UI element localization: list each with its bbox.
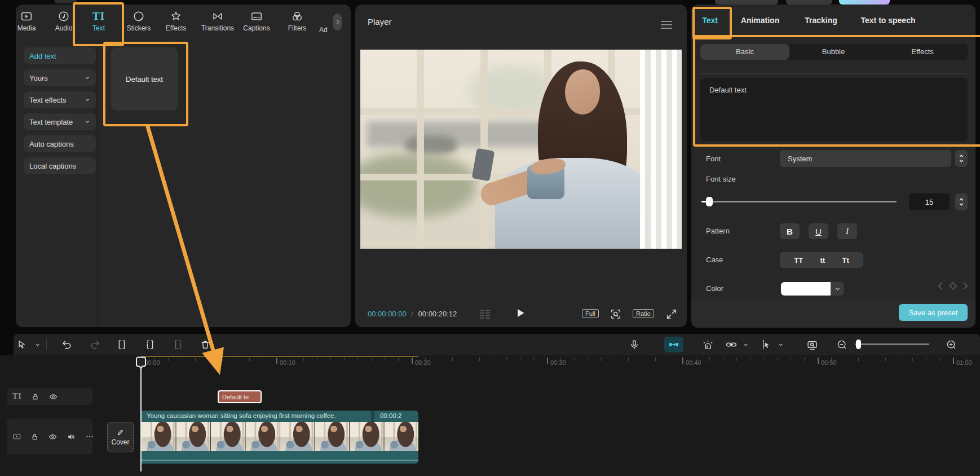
underline-button[interactable]: U	[809, 223, 828, 239]
delete-left-icon[interactable]	[143, 338, 157, 351]
toolbar-expand-button[interactable]	[333, 14, 342, 30]
tab-tracking[interactable]: Tracking	[805, 16, 837, 25]
eye-icon[interactable]	[48, 392, 58, 402]
sidebar-item-yours[interactable]: Yours	[24, 69, 96, 86]
video-preview[interactable]	[360, 50, 682, 249]
tool-tab-transitions[interactable]: Transitions	[196, 10, 239, 32]
font-size-stepper[interactable]	[955, 193, 968, 210]
tool-tab-filters[interactable]: Filters	[276, 10, 319, 32]
subtab-effects[interactable]: Effects	[911, 47, 934, 56]
ratio-button[interactable]: Ratio	[633, 309, 654, 318]
keyframe-prev-icon[interactable]	[937, 281, 944, 291]
caption-time-notch	[371, 411, 374, 422]
full-screen-mode-button[interactable]: Full	[582, 309, 599, 318]
text-tool-icon: TI	[92, 10, 105, 23]
zoom-in-icon[interactable]	[944, 338, 958, 351]
sidebar-item-auto-captions[interactable]: Auto captions	[24, 135, 96, 152]
keyframe-diamond-icon[interactable]	[949, 282, 957, 290]
default-text-card[interactable]: Default text	[111, 47, 178, 111]
undo-icon[interactable]	[60, 338, 73, 351]
tab-text-to-speech[interactable]: Text to speech	[861, 16, 916, 25]
tool-tab-media[interactable]: Media	[5, 10, 48, 32]
case-titlecase-button[interactable]: Tt	[842, 256, 849, 265]
record-voiceover-icon[interactable]	[628, 338, 641, 351]
play-icon[interactable]	[513, 306, 527, 320]
tab-text[interactable]: Text	[702, 16, 718, 25]
lock-icon[interactable]	[30, 433, 39, 441]
font-size-input[interactable]: 15	[909, 193, 950, 210]
lock-icon[interactable]	[31, 393, 39, 401]
sidebar-item-label: Text template	[29, 118, 85, 126]
eye-icon[interactable]	[48, 432, 58, 442]
subtab-basic[interactable]: Basic	[736, 47, 754, 56]
auto-snap-icon[interactable]	[664, 337, 683, 352]
keyframe-next-icon[interactable]	[962, 281, 969, 291]
video-track-header	[7, 418, 92, 455]
bold-button[interactable]: B	[780, 223, 800, 239]
video-clip-duration: 00:00:2	[380, 412, 401, 419]
italic-button[interactable]: I	[837, 223, 857, 239]
link-clips-icon[interactable]	[725, 338, 738, 351]
tool-tab-label: Audio	[55, 24, 73, 32]
preview-axis-icon[interactable]	[805, 338, 819, 351]
subject-body	[495, 158, 656, 249]
save-as-preset-button[interactable]: Save as preset	[899, 304, 968, 321]
toolbar-separator	[46, 339, 47, 350]
media-library-panel: Media Audio TI Text Stickers Effects Tra…	[16, 5, 351, 327]
more-options-icon[interactable]	[85, 432, 94, 441]
delete-clip-icon[interactable]	[198, 338, 212, 351]
focus-zoom-icon[interactable]	[610, 308, 622, 320]
export-partial-button[interactable]	[839, 0, 890, 5]
cursor-seek-chevron-icon[interactable]	[774, 338, 787, 351]
sidebar-item-local-captions[interactable]: Local captions	[24, 157, 96, 174]
playhead-handle[interactable]	[136, 356, 146, 370]
video-clip[interactable]: Young caucasian woman sitting sofa enjoy…	[141, 411, 418, 464]
edit-cover-button[interactable]: Cover	[107, 422, 134, 452]
text-clip[interactable]: Default te	[218, 390, 262, 403]
case-uppercase-button[interactable]: TT	[794, 256, 803, 265]
frames-grid-icon[interactable]	[478, 309, 492, 319]
stickers-icon	[133, 10, 145, 23]
playhead-line[interactable]	[140, 358, 142, 471]
sidebar-item-text-template[interactable]: Text template	[24, 113, 96, 130]
color-label: Color	[706, 284, 723, 293]
font-select[interactable]: System	[780, 150, 951, 167]
sidebar-item-add-text[interactable]: Add text	[24, 47, 96, 64]
sidebar-item-label: Yours	[29, 74, 85, 82]
subtab-bubble[interactable]: Bubble	[822, 47, 845, 56]
tool-tab-captions[interactable]: Captions	[235, 10, 278, 32]
color-dropdown-chevron-icon[interactable]	[831, 282, 844, 296]
timeline-zoom-slider[interactable]	[855, 343, 929, 345]
color-swatch[interactable]	[781, 282, 831, 296]
magnetic-link-icon[interactable]	[701, 338, 714, 351]
sidebar-item-text-effects[interactable]: Text effects	[24, 91, 96, 108]
delete-right-icon[interactable]	[171, 338, 185, 351]
tool-tab-adjust-truncated[interactable]: Ad	[319, 26, 333, 34]
top-partial-button[interactable]	[54, 0, 77, 3]
font-stepper[interactable]	[955, 150, 968, 167]
case-lowercase-button[interactable]: tt	[820, 256, 825, 265]
fullscreen-expand-icon[interactable]	[665, 308, 678, 320]
mute-speaker-icon[interactable]	[67, 432, 76, 442]
player-menu-icon[interactable]	[660, 19, 673, 30]
split-icon[interactable]	[115, 338, 129, 351]
timeline-zoom-slider-handle[interactable]	[856, 340, 861, 349]
redo-icon[interactable]	[88, 338, 101, 351]
tool-tab-stickers[interactable]: Stickers	[117, 10, 160, 32]
top-partial-button[interactable]	[786, 0, 832, 5]
zoom-out-icon[interactable]	[835, 338, 849, 351]
text-track-icon: TI	[12, 392, 22, 401]
font-size-slider-track[interactable]	[701, 201, 897, 202]
default-text-card-label: Default text	[126, 75, 163, 83]
tool-tab-text[interactable]: TI Text	[77, 10, 120, 32]
text-content-input[interactable]: Default text	[700, 78, 968, 141]
cursor-seek-icon[interactable]	[759, 338, 772, 351]
tool-tab-effects[interactable]: Effects	[154, 10, 197, 32]
select-tool-chevron-icon[interactable]	[30, 338, 44, 351]
top-partial-button[interactable]	[715, 0, 778, 5]
tab-animation[interactable]: Animation	[741, 16, 779, 25]
select-tool-icon[interactable]	[15, 338, 28, 351]
font-size-slider-handle[interactable]	[706, 197, 713, 206]
link-chevron-icon[interactable]	[739, 338, 752, 351]
video-track-icon	[12, 432, 21, 441]
